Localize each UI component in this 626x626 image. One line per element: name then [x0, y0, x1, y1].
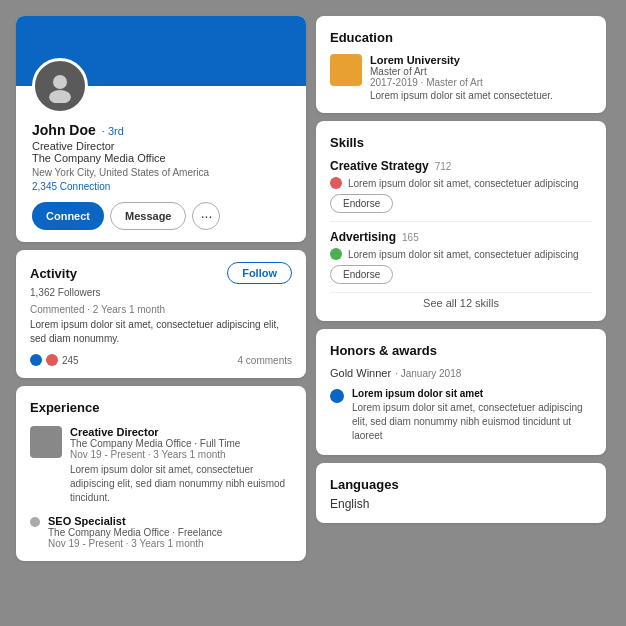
- activity-text: Lorem ipsum dolor sit amet, consectetuer…: [30, 318, 292, 346]
- edu-year: 2017-2019 · Master of Art: [370, 77, 592, 88]
- education-card: Education Lorem University Master of Art…: [316, 16, 606, 113]
- honors-date: · January 2018: [395, 368, 461, 379]
- experience-title: Experience: [30, 400, 99, 415]
- activity-followers: 1,362 Followers: [30, 287, 292, 298]
- skill-name-2: Advertising: [330, 230, 396, 244]
- more-button[interactable]: ···: [192, 202, 220, 230]
- avatar-wrap: [32, 58, 88, 114]
- skill-item-1: Creative Strategy 712 Lorem ipsum dolor …: [330, 159, 592, 213]
- skill-item-2: Advertising 165 Lorem ipsum dolor sit am…: [330, 230, 592, 284]
- skill-count-2: 165: [402, 232, 419, 243]
- experience-card: Experience Creative Director The Company…: [16, 386, 306, 561]
- activity-card: Activity Follow 1,362 Followers Commente…: [16, 250, 306, 378]
- activity-comments: 4 comments: [238, 355, 292, 366]
- profile-banner: [16, 16, 306, 86]
- honors-dot: [330, 389, 344, 403]
- exp-dot-2: [30, 517, 40, 527]
- endorser-text-1: Lorem ipsum dolor sit amet, consectetuer…: [348, 178, 579, 189]
- profile-card: John Doe · 3rd Creative Director The Com…: [16, 16, 306, 242]
- endorser-dot-2: [330, 248, 342, 260]
- exp-company-1: The Company Media Office · Full Time: [70, 438, 292, 449]
- profile-name-row: John Doe · 3rd: [32, 122, 290, 138]
- skills-title: Skills: [330, 135, 364, 150]
- message-button[interactable]: Message: [110, 202, 186, 230]
- edu-desc: Lorem ipsum dolor sit amet consectetuer.: [370, 90, 592, 101]
- skill-header-2: Advertising 165: [330, 230, 592, 244]
- exp-duration-2: Nov 19 - Present · 3 Years 1 month: [48, 538, 292, 549]
- skill-count-1: 712: [435, 161, 452, 172]
- activity-title: Activity: [30, 266, 77, 281]
- exp-title-2: SEO Specialist: [48, 515, 292, 527]
- left-panel: John Doe · 3rd Creative Director The Com…: [16, 16, 306, 610]
- skill-divider: [330, 221, 592, 222]
- skill-endorser-1: Lorem ipsum dolor sit amet, consectetuer…: [330, 177, 592, 189]
- education-details: Lorem University Master of Art 2017-2019…: [370, 54, 592, 101]
- follow-button[interactable]: Follow: [227, 262, 292, 284]
- honors-title: Honors & awards: [330, 343, 437, 358]
- connect-button[interactable]: Connect: [32, 202, 104, 230]
- avatar: [32, 58, 88, 114]
- edu-degree: Master of Art: [370, 66, 592, 77]
- honors-item: Lorem ipsum dolor sit amet Lorem ipsum d…: [330, 387, 592, 443]
- skill-endorser-2: Lorem ipsum dolor sit amet, consectetuer…: [330, 248, 592, 260]
- exp-desc-1: Lorem ipsum dolor sit amet, consectetuer…: [70, 463, 292, 505]
- experience-details-2: SEO Specialist The Company Media Office …: [48, 515, 292, 549]
- profile-degree: · 3rd: [102, 125, 124, 137]
- activity-header: Activity Follow: [30, 262, 292, 284]
- experience-details-1: Creative Director The Company Media Offi…: [70, 426, 292, 505]
- endorse-button-2[interactable]: Endorse: [330, 265, 393, 284]
- svg-point-0: [53, 75, 67, 89]
- honors-subtitle-row: Gold Winner · January 2018: [330, 363, 592, 379]
- profile-company: The Company Media Office: [32, 152, 290, 164]
- endorser-text-2: Lorem ipsum dolor sit amet, consectetuer…: [348, 249, 579, 260]
- activity-footer: 245 4 comments: [30, 354, 292, 366]
- activity-likes: 245: [30, 354, 79, 366]
- education-item: Lorem University Master of Art 2017-2019…: [330, 54, 592, 101]
- exp-duration-1: Nov 19 - Present · 3 Years 1 month: [70, 449, 292, 460]
- experience-icon-1: [30, 426, 62, 458]
- profile-connections: 2,345 Connection: [32, 181, 290, 192]
- activity-meta: Commented · 2 Years 1 month: [30, 304, 292, 315]
- endorse-button-1[interactable]: Endorse: [330, 194, 393, 213]
- skill-header-1: Creative Strategy 712: [330, 159, 592, 173]
- profile-actions: Connect Message ···: [32, 202, 290, 230]
- languages-title: Languages: [330, 477, 399, 492]
- exp-company-2: The Company Media Office · Freelance: [48, 527, 292, 538]
- honors-summary: Lorem ipsum dolor sit amet: [352, 387, 592, 401]
- education-icon: [330, 54, 362, 86]
- like-dot-blue: [30, 354, 42, 366]
- honors-subtitle: Gold Winner: [330, 367, 391, 379]
- profile-title: Creative Director: [32, 140, 290, 152]
- see-all-skills[interactable]: See all 12 skills: [330, 292, 592, 309]
- like-dot-red: [46, 354, 58, 366]
- right-panel: Education Lorem University Master of Art…: [316, 16, 606, 610]
- education-title: Education: [330, 30, 393, 45]
- endorser-dot-1: [330, 177, 342, 189]
- honors-card: Honors & awards Gold Winner · January 20…: [316, 329, 606, 455]
- honors-text-wrap: Lorem ipsum dolor sit amet Lorem ipsum d…: [352, 387, 592, 443]
- experience-item-1: Creative Director The Company Media Offi…: [30, 426, 292, 505]
- honors-desc: Lorem ipsum dolor sit amet, consectetuer…: [352, 401, 592, 443]
- svg-point-1: [49, 90, 71, 103]
- like-count: 245: [62, 355, 79, 366]
- edu-school: Lorem University: [370, 54, 592, 66]
- skill-name-1: Creative Strategy: [330, 159, 429, 173]
- skills-card: Skills Creative Strategy 712 Lorem ipsum…: [316, 121, 606, 321]
- experience-item-2: SEO Specialist The Company Media Office …: [30, 515, 292, 549]
- profile-name: John Doe: [32, 122, 96, 138]
- exp-title-1: Creative Director: [70, 426, 292, 438]
- languages-value: English: [330, 497, 592, 511]
- languages-card: Languages English: [316, 463, 606, 523]
- profile-location: New York City, United States of America: [32, 167, 290, 178]
